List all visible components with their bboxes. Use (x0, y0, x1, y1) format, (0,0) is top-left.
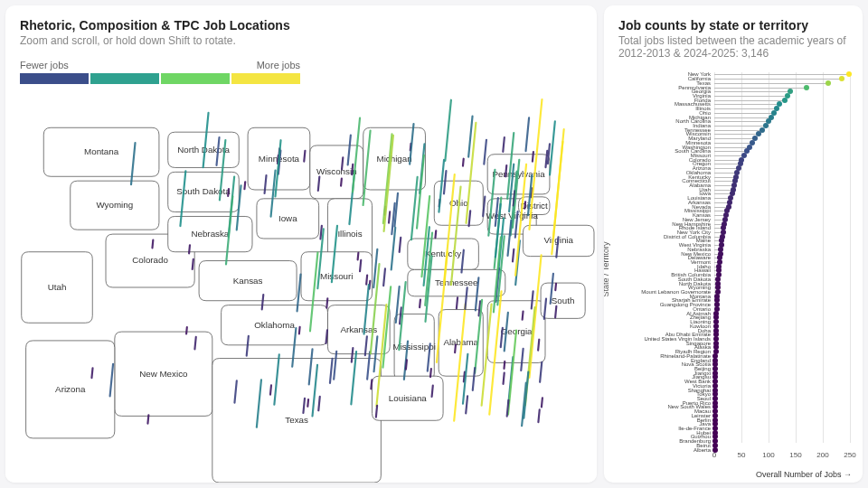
job-spike (542, 398, 542, 407)
y-axis-label: State / Territory (604, 242, 610, 297)
job-spike (524, 202, 525, 209)
job-spike (435, 230, 436, 238)
state-shape[interactable] (43, 127, 159, 176)
x-tick: 0 (712, 451, 716, 459)
legend-low: Fewer jobs (20, 60, 69, 70)
state-shape[interactable] (115, 332, 212, 416)
job-spike (540, 362, 542, 382)
state-shape[interactable] (22, 252, 93, 324)
job-spike (358, 253, 359, 260)
map-subtitle: Zoom and scroll, or hold down Shift to r… (20, 34, 582, 47)
job-spike (193, 259, 193, 269)
state-shape[interactable] (199, 261, 297, 301)
job-spike (463, 159, 464, 166)
job-spike (503, 137, 505, 152)
row-label: Alberta (693, 447, 711, 453)
job-spike (352, 164, 353, 174)
job-spike (341, 179, 342, 186)
job-spike (538, 409, 539, 422)
state-shape[interactable] (212, 359, 382, 483)
job-spike (318, 397, 319, 410)
job-spike (432, 386, 433, 397)
job-spike (484, 140, 486, 164)
job-spike (504, 372, 505, 383)
job-spike (555, 306, 556, 317)
job-spike (366, 276, 367, 285)
job-spike (320, 226, 321, 239)
job-spike (342, 157, 343, 169)
job-spike (147, 415, 148, 423)
job-spike (326, 330, 327, 343)
job-spike (533, 152, 533, 161)
job-spike (189, 245, 190, 253)
job-spike (318, 177, 319, 191)
job-spike (538, 340, 539, 351)
legend-color-bar (20, 73, 300, 84)
map-panel: Rhetoric, Composition & TPC Job Location… (5, 5, 597, 483)
x-tick: 50 (738, 451, 746, 459)
counts-subtitle: Total jobs listed between the academic y… (618, 34, 848, 60)
job-spike (152, 240, 153, 249)
job-spike (383, 268, 385, 286)
job-spike (228, 189, 229, 196)
job-spike (91, 368, 92, 378)
job-spike (244, 182, 245, 189)
counts-panel: Job counts by state or territory Total j… (604, 5, 863, 483)
job-spike (553, 129, 564, 239)
state-shape[interactable] (257, 199, 319, 239)
job-spike (389, 211, 390, 222)
state-shape[interactable] (327, 305, 390, 354)
x-tick: 150 (789, 451, 801, 459)
job-spike (307, 399, 308, 407)
job-spike (505, 165, 506, 176)
x-tick: 250 (844, 451, 855, 459)
x-tick: 200 (816, 451, 828, 459)
job-spike (455, 344, 456, 352)
job-spike (420, 300, 420, 308)
job-spike (376, 406, 377, 418)
counts-chart[interactable]: State / Territory New YorkCaliforniaTexa… (604, 67, 863, 463)
job-spike (430, 369, 431, 377)
state-shape[interactable] (363, 127, 426, 190)
job-spike (406, 360, 407, 369)
state-shape[interactable] (71, 181, 159, 230)
job-spike (555, 284, 556, 290)
job-spike (194, 337, 195, 350)
counts-title: Job counts by state or territory (618, 18, 848, 33)
job-spike (371, 380, 372, 389)
job-spike (513, 249, 514, 262)
state-shape[interactable] (408, 239, 479, 269)
map-canvas[interactable]: MontanaNorth DakotaMinnesotaWisconsinMic… (5, 92, 597, 483)
job-spike (466, 396, 467, 413)
job-spike (523, 311, 524, 319)
job-spike (270, 385, 271, 394)
job-spike (186, 327, 187, 333)
job-spike (457, 297, 458, 308)
legend-high: More jobs (257, 60, 300, 70)
map-title: Rhetoric, Composition & TPC Job Location… (20, 18, 582, 33)
job-spike (400, 238, 401, 252)
state-shape[interactable] (26, 341, 115, 438)
job-spike (352, 348, 354, 362)
job-spike (468, 117, 472, 157)
state-shape[interactable] (301, 252, 373, 301)
x-axis-label: Overall Number of Jobs → (756, 470, 852, 479)
map-legend: Fewer jobs More jobs (20, 60, 300, 84)
job-spike (304, 151, 305, 162)
job-spike (360, 260, 361, 271)
state-shape[interactable] (541, 283, 585, 318)
job-spike (299, 327, 300, 333)
job-spike (526, 117, 530, 151)
job-spike (550, 121, 555, 174)
job-spike (445, 100, 451, 161)
job-spike (504, 361, 505, 369)
x-tick: 100 (762, 451, 774, 459)
job-spike (326, 298, 327, 307)
state-shape[interactable] (373, 376, 444, 420)
